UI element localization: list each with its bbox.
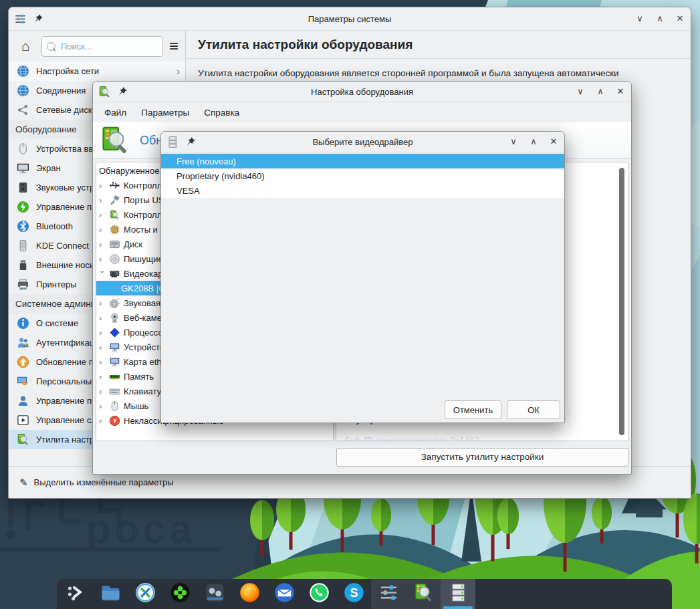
media-icon — [205, 582, 225, 606]
taskbar-green-flower-app[interactable] — [162, 579, 197, 609]
expander-icon[interactable]: › — [99, 328, 106, 338]
share-icon — [17, 104, 29, 116]
taskbar-whatsapp[interactable] — [302, 579, 336, 609]
expander-icon[interactable]: › — [99, 357, 106, 367]
expander-icon[interactable]: › — [99, 195, 106, 205]
hardware-config-titlebar[interactable]: Настройка оборудования ∨ ∧ ✕ — [93, 82, 631, 102]
pin-icon[interactable] — [116, 86, 128, 98]
expander-icon[interactable]: › — [98, 270, 108, 277]
expander-icon[interactable]: › — [99, 254, 106, 264]
bluetooth-icon — [17, 220, 29, 233]
hamburger-menu-icon[interactable]: ≡ — [168, 39, 180, 53]
globe-icon — [17, 65, 29, 78]
scrollbar-thumb[interactable] — [619, 168, 624, 435]
driver-option[interactable]: VESA — [161, 183, 564, 198]
globe-icon — [17, 84, 29, 97]
monitor2-icon — [109, 356, 120, 368]
svg-text:S: S — [350, 586, 358, 600]
webcam-icon — [109, 312, 120, 324]
dialog-titlebar[interactable]: Выберите видеодрайвер ∨ ∧ ✕ — [161, 132, 564, 152]
taskbar-mirror-app[interactable] — [128, 579, 162, 609]
minimize-icon[interactable]: ∨ — [634, 13, 645, 24]
video-driver-dialog: Выберите видеодрайвер ∨ ∧ ✕ Free (nouvea… — [160, 131, 565, 423]
taskbar-driver-dialog-task[interactable] — [441, 579, 475, 609]
sliders-icon — [378, 582, 399, 606]
page-title: Утилита настройки оборудования — [198, 37, 679, 52]
expander-icon[interactable]: › — [99, 180, 106, 191]
menu-item[interactable]: Файл — [97, 104, 134, 121]
close-icon[interactable]: ✕ — [675, 13, 685, 24]
pin-icon[interactable] — [32, 13, 43, 25]
sub-id-line: Sub ID производителя: 0x1462 — [344, 435, 628, 441]
power-icon — [17, 201, 29, 213]
taskbar-file-manager[interactable] — [93, 579, 128, 609]
expander-icon[interactable]: › — [99, 225, 106, 235]
cpu-icon — [109, 327, 120, 338]
taskbar-hardware-utility[interactable] — [406, 579, 441, 609]
services-icon — [17, 414, 29, 427]
monitor-icon — [17, 162, 29, 174]
unknown-icon: ? — [109, 415, 120, 427]
maximize-icon[interactable]: ∧ — [655, 13, 665, 24]
sidebar-item[interactable]: Настройка сети › — [9, 62, 185, 81]
svg-text:?: ? — [113, 417, 117, 424]
close-icon[interactable]: ✕ — [615, 86, 626, 97]
ok-button[interactable]: ОК — [507, 400, 560, 419]
taskbar-system-settings[interactable] — [371, 579, 406, 609]
taskbar-thunderbird[interactable] — [267, 579, 302, 609]
expander-icon[interactable]: › — [99, 313, 106, 323]
expander-icon[interactable]: › — [99, 386, 106, 396]
chip-icon — [109, 224, 120, 235]
driver-option[interactable]: Proprietary (nvidia460) — [161, 168, 564, 183]
minimize-icon[interactable]: ∨ — [508, 136, 519, 147]
window-title: Параметры системы — [9, 14, 691, 24]
mouse-icon — [17, 142, 29, 155]
expander-icon[interactable]: › — [99, 372, 106, 382]
menu-item[interactable]: Справка — [197, 104, 247, 121]
users-icon — [17, 336, 29, 349]
minimize-icon[interactable]: ∨ — [575, 86, 586, 97]
expander-icon[interactable]: › — [99, 298, 106, 308]
close-icon[interactable]: ✕ — [548, 136, 559, 147]
menu-item[interactable]: Параметры — [134, 104, 197, 121]
firefox-icon — [239, 582, 260, 606]
plug-icon — [109, 195, 120, 206]
info-icon — [17, 317, 29, 330]
home-button[interactable]: ⌂ — [14, 35, 37, 57]
driver-option[interactable]: Free (nouveau) — [161, 154, 564, 168]
svg-text:роса: роса — [86, 505, 196, 552]
taskbar-skype[interactable]: S — [336, 579, 371, 609]
whatsapp-icon — [309, 582, 330, 606]
expander-icon[interactable]: › — [99, 342, 106, 352]
dialog-title: Выберите видеодрайвер — [161, 137, 564, 147]
usbtree-icon — [109, 180, 120, 191]
expander-icon[interactable]: › — [99, 416, 106, 426]
speaker2-icon — [109, 297, 120, 309]
skype-icon: S — [344, 582, 364, 606]
hardware-utility-big-icon — [100, 125, 130, 156]
mouse2-icon — [109, 400, 120, 412]
mirror-icon — [135, 582, 156, 606]
cancel-button[interactable]: Отменить — [445, 400, 501, 419]
taskbar-firefox[interactable] — [232, 579, 267, 609]
expander-icon[interactable]: › — [99, 401, 106, 411]
taskbar-media-app[interactable] — [197, 579, 232, 609]
user-icon — [17, 394, 29, 407]
system-settings-titlebar[interactable]: Параметры системы ∨ ∧ ✕ — [9, 7, 691, 31]
run-config-utility-button[interactable]: Запустить утилиту настройки — [336, 448, 628, 467]
drive-icon — [448, 582, 469, 606]
edit-pen-icon: ✎ — [19, 477, 28, 489]
maximize-icon[interactable]: ∧ — [595, 86, 606, 97]
taskbar-app-launcher[interactable] — [58, 579, 93, 609]
search-input[interactable] — [60, 41, 158, 52]
maximize-icon[interactable]: ∧ — [528, 136, 539, 147]
menubar: ФайлПараметрыСправка — [93, 102, 631, 122]
hardware-utility-icon — [98, 86, 111, 98]
hwutil-icon — [413, 582, 434, 606]
firewall-icon — [17, 375, 29, 388]
cd-icon — [109, 253, 120, 265]
expander-icon[interactable]: › — [99, 239, 106, 249]
pin-icon[interactable] — [185, 136, 196, 148]
expander-icon[interactable]: › — [99, 210, 106, 220]
search-box[interactable] — [41, 36, 163, 57]
